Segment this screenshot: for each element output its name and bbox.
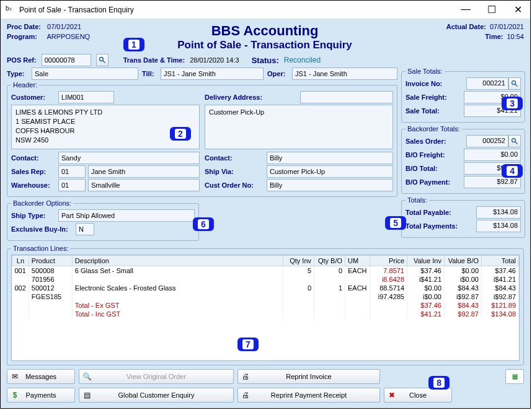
close-window-button[interactable]: ✕ (510, 4, 525, 15)
reprint-payment-receipt-button[interactable]: 🖨Reprint Payment Receipt (237, 388, 380, 403)
col-ln[interactable]: Ln (12, 256, 29, 266)
customer-field[interactable]: LIM001 (58, 91, 114, 103)
delivery-addr-field[interactable] (300, 91, 393, 103)
invoice-no-label: Invoice No: (406, 80, 466, 87)
svg-line-5 (515, 142, 518, 144)
minimize-button[interactable]: — (458, 4, 473, 15)
app-subtitle: Point of Sale - Transaction Enquiry (177, 39, 352, 51)
rep-name-field[interactable]: Jane Smith (88, 165, 200, 178)
maximize-button[interactable]: ☐ (484, 4, 499, 15)
customer-address: LIMES & LEMONS PTY LTD 1 SEAMIST PLACE C… (11, 105, 200, 149)
till-label: Till: (142, 70, 157, 77)
sales-order-search-button[interactable] (508, 135, 521, 147)
actual-date-label: Actual Date: (440, 23, 486, 30)
table-row[interactable]: FGES185i97.4285i$0.00i$92.87i$92.87 (12, 292, 519, 301)
time-label: Time: (456, 33, 503, 40)
whse-label: Warehouse: (11, 181, 56, 189)
rep-label: Sales Rep: (11, 168, 56, 175)
sales-order-field[interactable]: 000252 (466, 135, 508, 147)
sale-freight-field: $0.00 (464, 91, 521, 103)
bo-total-field: $92.87 (464, 162, 521, 175)
backorder-options-fieldset: Backorder Options: Ship Type:Part Ship A… (7, 199, 199, 241)
type-field[interactable]: Sale (32, 68, 138, 80)
col-total[interactable]: Total (482, 256, 519, 266)
global-customer-enquiry-button[interactable]: ▤Global Customer Enquiry (79, 388, 234, 403)
header-fieldset: Header: Customer:LIM001 LIMES & LEMONS P… (7, 81, 397, 197)
lines-table-wrap[interactable]: Ln Product Description Qty Inv Qty B/O U… (11, 255, 520, 361)
reprint-invoice-button[interactable]: 🖨Reprint Invoice (237, 369, 380, 384)
sale-total-label: Sale Total: (406, 107, 464, 115)
excel-icon: ⊞ (512, 373, 518, 381)
mail-icon: ✉ (10, 372, 20, 381)
trans-dt: 28/01/2020 14:3 (190, 56, 239, 64)
bo-freight-label: B/O Freight: (406, 151, 464, 159)
contact-label: Contact: (11, 154, 56, 162)
messages-button[interactable]: ✉Messages (7, 369, 75, 384)
bo-freight-field: $0.00 (464, 149, 521, 161)
svg-line-3 (515, 84, 518, 87)
sale-totals-legend: Sale Totals: (406, 68, 445, 75)
contact2-field[interactable]: Billy (267, 152, 393, 164)
ship-via-label: Ship Via: (205, 168, 264, 175)
time: 10:54 (507, 33, 524, 40)
col-product[interactable]: Product (29, 256, 72, 266)
app-icon: b₅ (6, 5, 16, 15)
col-um[interactable]: UM (345, 256, 370, 266)
window-title: Point of Sale - Transaction Enquiry (19, 6, 458, 14)
excl-buy-label: Exclusive Buy-In: (11, 225, 73, 233)
program: ARPPOSENQ (47, 33, 90, 40)
table-row[interactable]: 701956i8.6428i$41.21i$0.00i$41.21 (12, 275, 519, 284)
ship-type-field[interactable]: Part Ship Allowed (58, 209, 195, 222)
invoice-no-field[interactable]: 000221 (466, 77, 508, 90)
view-original-order-button[interactable]: 🔍View Original Order (79, 369, 234, 384)
dollar-icon: $ (10, 391, 20, 399)
total-payable-label: Total Payable: (406, 209, 476, 216)
excl-buy-field[interactable]: N (76, 223, 94, 235)
oper-field[interactable]: JS1 - Jane Smith (292, 68, 397, 80)
lines-table: Ln Product Description Qty Inv Qty B/O U… (12, 255, 519, 318)
col-desc[interactable]: Description (72, 256, 283, 266)
printer-icon: 🖨 (241, 391, 250, 399)
app-window: b₅ Point of Sale - Transaction Enquiry —… (0, 0, 531, 409)
col-price[interactable]: Price (370, 256, 407, 266)
header-legend: Header: (11, 81, 39, 89)
table-row[interactable]: 002500012Electronic Scales - Frosted Gla… (12, 284, 519, 292)
whse-code-field[interactable]: 01 (58, 179, 86, 191)
contact2-label: Contact: (205, 154, 264, 162)
pos-ref-field[interactable]: 00000078 (42, 54, 91, 66)
transaction-lines-fieldset: Transaction Lines: Ln Product Descriptio… (7, 245, 524, 365)
cust-ord-label: Cust Order No: (205, 181, 264, 189)
totals-fieldset: Totals: Total Payable:$134.08 Total Paym… (401, 196, 525, 238)
till-field[interactable]: JS1 - Jane Smith (161, 68, 264, 80)
delivery-address-box: Customer Pick-Up (205, 105, 393, 149)
invoice-search-button[interactable] (508, 77, 521, 90)
col-qtybo[interactable]: Qty B/O (314, 256, 345, 266)
bo-totals-legend: Backorder Totals: (406, 125, 462, 133)
actual-date: 07/01/2021 (490, 23, 524, 30)
rep-code-field[interactable]: 01 (58, 165, 86, 178)
sale-freight-label: Sale Freight: (406, 94, 464, 101)
whse-name-field[interactable]: Smallville (88, 179, 200, 191)
total-payable-field: $134.08 (476, 206, 521, 219)
customer-label: Customer: (11, 94, 56, 101)
col-valinv[interactable]: Value Inv (407, 256, 445, 266)
search-icon: 🔍 (82, 372, 92, 381)
program-label: Program: (7, 33, 45, 40)
total-payments-label: Total Payments: (406, 222, 476, 230)
col-valbo[interactable]: Value B/O (445, 256, 482, 266)
close-button[interactable]: ✖Close (384, 388, 452, 403)
contact-field[interactable]: Sandy (58, 152, 200, 164)
document-icon: ▤ (82, 391, 92, 399)
app-title: BBS Accounting (177, 23, 352, 39)
ship-via-field[interactable]: Customer Pick-Up (267, 165, 393, 178)
trans-dt-label: Trans Date & Time: (123, 56, 185, 64)
bo-total-label: B/O Total: (406, 165, 464, 172)
close-icon: ✖ (387, 391, 397, 399)
cust-ord-field[interactable]: Billy (267, 179, 393, 191)
svg-line-1 (102, 61, 105, 63)
pos-ref-search-button[interactable] (96, 54, 109, 66)
col-qtyinv[interactable]: Qty Inv (283, 256, 314, 266)
payments-button[interactable]: $Payments (7, 388, 75, 403)
export-excel-button[interactable]: ⊞ (505, 369, 524, 384)
table-row[interactable]: 0015000086 Glass Set - Small50EACH7.8571… (12, 266, 519, 276)
